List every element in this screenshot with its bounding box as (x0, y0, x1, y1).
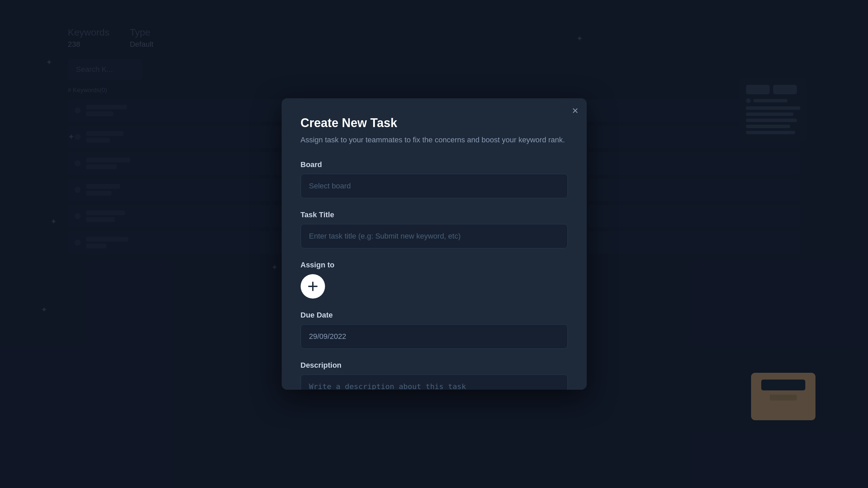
board-label: Board (301, 160, 568, 169)
board-input[interactable] (301, 174, 568, 198)
modal-title: Create New Task (301, 116, 568, 130)
due-date-label: Due Date (301, 311, 568, 320)
due-date-input[interactable] (301, 324, 568, 349)
modal-dialog: × Create New Task Assign task to your te… (282, 98, 587, 390)
description-group: Description (301, 361, 568, 390)
plus-icon (307, 280, 319, 292)
add-assignee-button[interactable] (301, 274, 325, 299)
task-title-input[interactable] (301, 224, 568, 248)
due-date-group: Due Date (301, 311, 568, 349)
task-title-label: Task Title (301, 210, 568, 219)
modal-subtitle: Assign task to your teammates to fix the… (301, 134, 568, 145)
description-label: Description (301, 361, 568, 370)
task-title-group: Task Title (301, 210, 568, 248)
assign-to-area (301, 274, 568, 299)
modal-backdrop: × Create New Task Assign task to your te… (0, 0, 868, 488)
assign-to-label: Assign to (301, 261, 568, 269)
assign-to-group: Assign to (301, 261, 568, 299)
close-button[interactable]: × (572, 105, 579, 116)
board-group: Board (301, 160, 568, 198)
description-input[interactable] (301, 374, 568, 390)
